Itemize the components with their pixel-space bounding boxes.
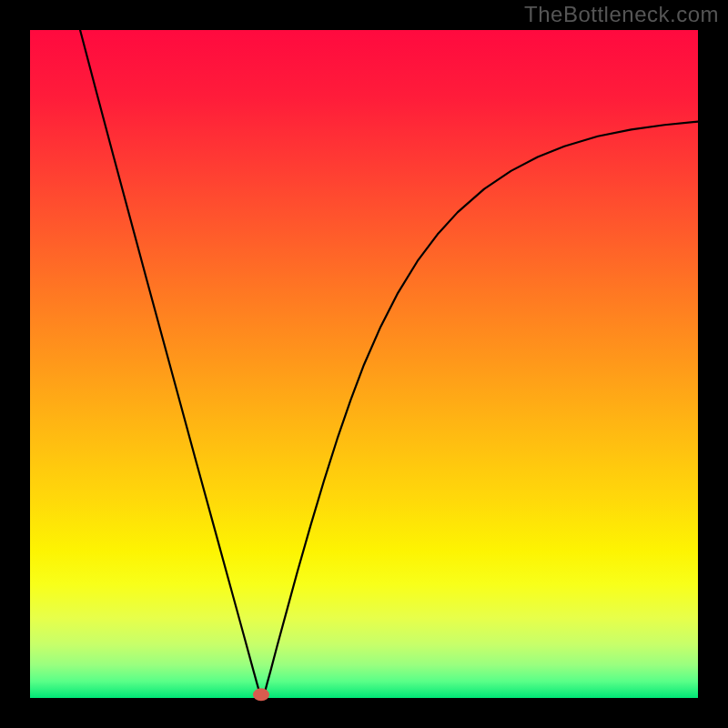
optimal-point-marker	[253, 688, 269, 701]
watermark-text: TheBottleneck.com	[524, 2, 719, 27]
bottleneck-chart	[0, 0, 728, 728]
